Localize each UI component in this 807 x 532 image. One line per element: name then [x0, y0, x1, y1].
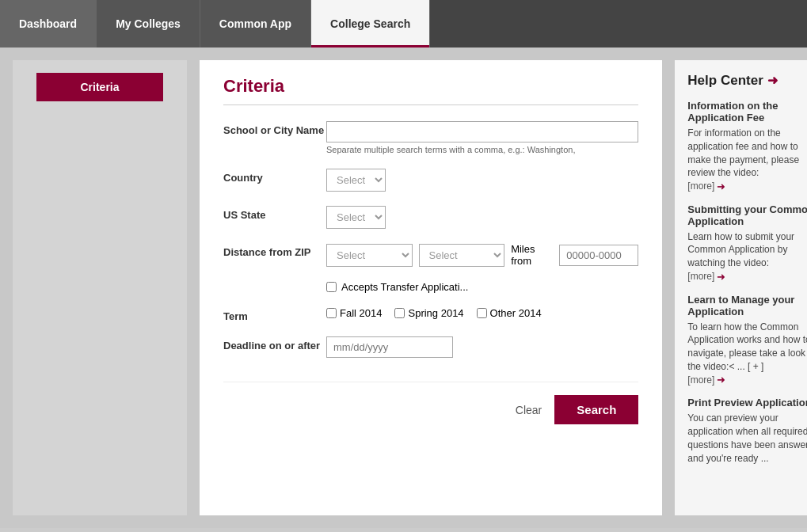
school-name-hint: Separate multiple search terms with a co…: [326, 145, 638, 154]
country-row: Country Select: [223, 169, 638, 192]
help-section-1: Submitting your Common Application Learn…: [687, 203, 807, 283]
accepts-transfer-checkbox[interactable]: [326, 282, 337, 292]
nav-tab-college-search[interactable]: College Search: [311, 0, 430, 48]
help-section-3-title: Print Preview Application: [687, 397, 807, 408]
help-section-3-body: You can preview your application when al…: [687, 412, 807, 465]
accepts-transfer-spacer: [223, 281, 326, 284]
school-name-label: School or City Name: [223, 121, 326, 136]
search-button[interactable]: Search: [554, 395, 638, 424]
more-arrow-icon-0: ➜: [717, 180, 725, 192]
distance-select[interactable]: Select: [326, 244, 413, 267]
help-section-1-more[interactable]: [more] ➜: [687, 271, 725, 283]
accepts-transfer-label: Accepts Transfer Applicati...: [341, 281, 468, 293]
deadline-row: Deadline on or after: [223, 336, 638, 358]
distance-label: Distance from ZIP: [223, 243, 326, 258]
help-section-2: Learn to Manage your Application To lear…: [687, 294, 807, 386]
us-state-select[interactable]: Select: [326, 206, 386, 229]
spring-2014-checkbox[interactable]: [394, 308, 405, 318]
school-name-row: School or City Name Separate multiple se…: [223, 121, 638, 154]
help-section-2-body: To learn how the Common Application work…: [687, 321, 807, 374]
fall-2014-checkbox[interactable]: [326, 308, 337, 318]
term-fall-2014: Fall 2014: [326, 307, 382, 319]
fall-2014-label: Fall 2014: [340, 307, 382, 319]
miles-from-label: Miles from: [511, 243, 553, 267]
help-section-0-body: For information on the application fee a…: [687, 127, 807, 180]
term-row: Term Fall 2014 Spring 2014 Other 2014: [223, 307, 638, 322]
help-section-0-more[interactable]: [more] ➜: [687, 180, 725, 192]
criteria-sidebar-button[interactable]: Criteria: [36, 73, 163, 101]
distance-row: Distance from ZIP Select Select Miles fr…: [223, 243, 638, 267]
top-navigation: Dashboard My Colleges Common App College…: [0, 0, 807, 48]
help-section-1-body: Learn how to submit your Common Applicat…: [687, 230, 807, 270]
help-section-0: Information on the Application Fee For i…: [687, 100, 807, 192]
help-section-3: Print Preview Application You can previe…: [687, 397, 807, 465]
term-options: Fall 2014 Spring 2014 Other 2014: [326, 307, 638, 319]
criteria-form-panel: Criteria School or City Name Separate mu…: [200, 60, 662, 515]
more-arrow-icon-2: ➜: [717, 374, 725, 386]
accepts-transfer-checkbox-row: Accepts Transfer Applicati...: [326, 281, 638, 293]
other-2014-checkbox[interactable]: [477, 308, 487, 318]
help-section-2-more[interactable]: [more] ➜: [687, 374, 725, 386]
term-field-area: Fall 2014 Spring 2014 Other 2014: [326, 307, 638, 319]
country-label: Country: [223, 169, 326, 184]
term-spring-2014: Spring 2014: [394, 307, 463, 319]
clear-button[interactable]: Clear: [516, 404, 542, 416]
nav-tab-dashboard[interactable]: Dashboard: [0, 0, 97, 48]
spring-2014-label: Spring 2014: [408, 307, 463, 319]
help-section-2-title: Learn to Manage your Application: [687, 294, 807, 317]
help-arrow-icon: ➜: [767, 74, 778, 87]
country-select[interactable]: Select: [326, 169, 386, 192]
us-state-label: US State: [223, 206, 326, 221]
help-panel: Help Center ➜ Information on the Applica…: [675, 60, 807, 515]
us-state-row: US State Select: [223, 206, 638, 229]
deadline-input[interactable]: [326, 336, 453, 358]
nav-tab-common-app[interactable]: Common App: [200, 0, 311, 48]
other-2014-label: Other 2014: [490, 307, 542, 319]
help-section-0-title: Information on the Application Fee: [687, 100, 807, 124]
term-other-2014: Other 2014: [477, 307, 542, 319]
distance-unit-select[interactable]: Select: [419, 244, 505, 267]
distance-field-area: Select Select Miles from: [326, 243, 638, 267]
accepts-transfer-field-area: Accepts Transfer Applicati...: [326, 281, 638, 293]
deadline-label: Deadline on or after: [223, 336, 326, 352]
nav-tab-my-colleges[interactable]: My Colleges: [97, 0, 200, 48]
country-field-area: Select: [326, 169, 638, 192]
left-sidebar: Criteria: [13, 60, 187, 515]
term-label: Term: [223, 307, 326, 322]
action-row: Clear Search: [223, 382, 638, 424]
school-name-field-area: Separate multiple search terms with a co…: [326, 121, 638, 154]
school-name-input[interactable]: [326, 121, 638, 142]
help-section-1-title: Submitting your Common Application: [687, 203, 807, 227]
distance-inputs: Select Select Miles from: [326, 243, 638, 267]
help-center-title: Help Center ➜: [687, 73, 807, 89]
criteria-title: Criteria: [223, 76, 638, 105]
deadline-field-area: [326, 336, 638, 358]
zip-input[interactable]: [559, 245, 638, 266]
us-state-field-area: Select: [326, 206, 638, 229]
more-arrow-icon-1: ➜: [717, 271, 725, 283]
accepts-transfer-row: Accepts Transfer Applicati...: [223, 281, 638, 293]
main-layout: Criteria Criteria School or City Name Se…: [0, 48, 807, 528]
